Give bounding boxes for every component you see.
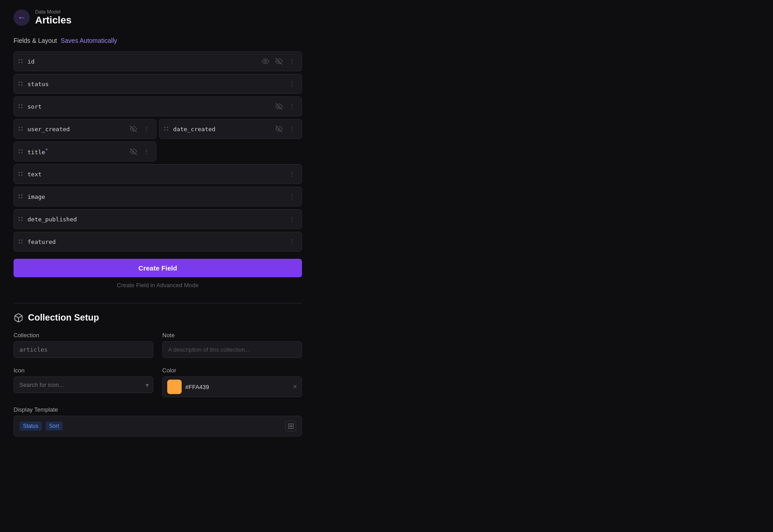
visibility-off-button-date-created[interactable]: [274, 124, 284, 133]
back-button[interactable]: ←: [14, 9, 30, 26]
two-col-row-user-date: user_created ⋮ date_created ⋮: [14, 119, 302, 139]
field-row-title: title* ⋮: [14, 142, 156, 161]
field-name-dete-published: dete_published: [27, 216, 287, 223]
note-label: Note: [162, 332, 302, 339]
field-row-user-created: user_created ⋮: [14, 119, 156, 139]
note-field: Note: [162, 332, 302, 358]
field-row-image: image ⋮: [14, 187, 302, 206]
display-template-box: Status Sort ⊞: [14, 416, 302, 436]
title-row-wrapper: title* ⋮: [14, 142, 302, 161]
collection-label: Collection: [14, 332, 153, 339]
advanced-mode-link[interactable]: Create Field in Advanced Mode: [14, 282, 302, 289]
color-clear-button[interactable]: ×: [293, 383, 297, 391]
field-actions-id: ⋮: [260, 57, 297, 66]
icon-field: Icon ▾: [14, 367, 153, 397]
page-title: Articles: [35, 14, 72, 26]
collection-setup-icon: [14, 313, 23, 323]
visibility-off-button-sort[interactable]: [274, 102, 284, 111]
field-name-user-created: user_created: [27, 126, 128, 133]
drag-handle-user-created[interactable]: [18, 127, 23, 131]
visibility-off-button-user-created[interactable]: [128, 124, 139, 133]
field-actions-dete-published: ⋮: [287, 215, 297, 224]
drag-handle-id[interactable]: [18, 59, 23, 64]
field-name-text: text: [27, 171, 287, 178]
header: ← Data Model Articles: [14, 9, 302, 26]
menu-button-user-created[interactable]: ⋮: [142, 124, 151, 133]
display-template-section: Display Template Status Sort ⊞: [14, 406, 302, 436]
drag-handle-dete-published[interactable]: [18, 217, 23, 221]
menu-button-dete-published[interactable]: ⋮: [287, 215, 297, 224]
color-label: Color: [162, 367, 302, 374]
collection-field: Collection: [14, 332, 153, 358]
drag-handle-sort[interactable]: [18, 104, 23, 109]
create-field-button[interactable]: Create Field: [14, 259, 302, 277]
field-actions-featured: ⋮: [287, 237, 297, 246]
field-actions-title: ⋮: [128, 147, 151, 156]
note-input[interactable]: [162, 341, 302, 358]
drag-handle-featured[interactable]: [18, 239, 23, 244]
field-actions-image: ⋮: [287, 192, 297, 201]
menu-button-date-created[interactable]: ⋮: [287, 124, 297, 133]
menu-button-image[interactable]: ⋮: [287, 192, 297, 201]
fields-layout-label: Fields & Layout: [14, 37, 57, 44]
drag-handle-title[interactable]: [18, 149, 23, 154]
template-tag-status: Status: [19, 422, 42, 431]
fields-layout-header: Fields & Layout Saves Automatically: [14, 37, 302, 44]
menu-button-text[interactable]: ⋮: [287, 170, 297, 179]
field-row-status: status ⋮: [14, 74, 302, 94]
collection-input[interactable]: [14, 341, 153, 358]
color-text-input[interactable]: [185, 384, 289, 390]
color-swatch[interactable]: [167, 380, 182, 394]
color-field: Color ×: [162, 367, 302, 397]
field-name-id: id: [27, 58, 260, 65]
visibility-off-button-title[interactable]: [128, 147, 139, 156]
field-name-title: title*: [27, 147, 128, 156]
icon-label: Icon: [14, 367, 153, 374]
template-tag-sort: Sort: [46, 422, 63, 431]
menu-button-sort[interactable]: ⋮: [287, 102, 297, 111]
icon-search-input[interactable]: [14, 376, 153, 393]
field-name-sort: sort: [27, 103, 274, 110]
header-text: Data Model Articles: [35, 9, 72, 26]
drag-handle-status[interactable]: [18, 82, 23, 86]
field-name-date-created: date_created: [173, 126, 274, 133]
saves-automatically-label: Saves Automatically: [61, 37, 117, 44]
svg-point-0: [265, 60, 266, 62]
section-divider: [14, 303, 302, 303]
field-actions-text: ⋮: [287, 170, 297, 179]
visibility-off-button-id[interactable]: [274, 57, 284, 66]
field-actions-date-created: ⋮: [274, 124, 297, 133]
menu-button-status[interactable]: ⋮: [287, 79, 297, 88]
field-actions-status: ⋮: [287, 79, 297, 88]
collection-form-top: Collection Note: [14, 332, 302, 358]
menu-button-title[interactable]: ⋮: [142, 147, 151, 156]
field-actions-sort: ⋮: [274, 102, 297, 111]
data-model-label: Data Model: [35, 9, 72, 14]
menu-button-featured[interactable]: ⋮: [287, 237, 297, 246]
field-row-featured: featured ⋮: [14, 232, 302, 252]
fields-list: id ⋮ status ⋮: [14, 51, 302, 252]
field-actions-user-created: ⋮: [128, 124, 151, 133]
field-name-featured: featured: [27, 238, 287, 245]
display-template-label: Display Template: [14, 406, 302, 413]
field-row-date-created: date_created ⋮: [159, 119, 302, 139]
field-row-id: id ⋮: [14, 51, 302, 71]
field-name-image: image: [27, 193, 287, 200]
collection-setup-title: Collection Setup: [28, 312, 99, 323]
field-name-status: status: [27, 81, 287, 87]
field-row-text: text ⋮: [14, 164, 302, 184]
back-icon: ←: [18, 13, 26, 23]
field-row-dete-published: dete_published ⋮: [14, 209, 302, 229]
visibility-on-button-id[interactable]: [260, 57, 271, 66]
drag-handle-image[interactable]: [18, 194, 23, 199]
collection-form-bottom: Icon ▾ Color ×: [14, 367, 302, 397]
field-row-sort: sort ⋮: [14, 96, 302, 116]
collection-setup-header: Collection Setup: [14, 312, 302, 323]
add-template-button[interactable]: ⊞: [285, 421, 296, 431]
color-input-wrapper: ×: [162, 376, 302, 397]
drag-handle-text[interactable]: [18, 172, 23, 176]
icon-select-wrapper: ▾: [14, 376, 153, 393]
menu-button-id[interactable]: ⋮: [287, 57, 297, 66]
drag-handle-date-created[interactable]: [164, 127, 169, 131]
